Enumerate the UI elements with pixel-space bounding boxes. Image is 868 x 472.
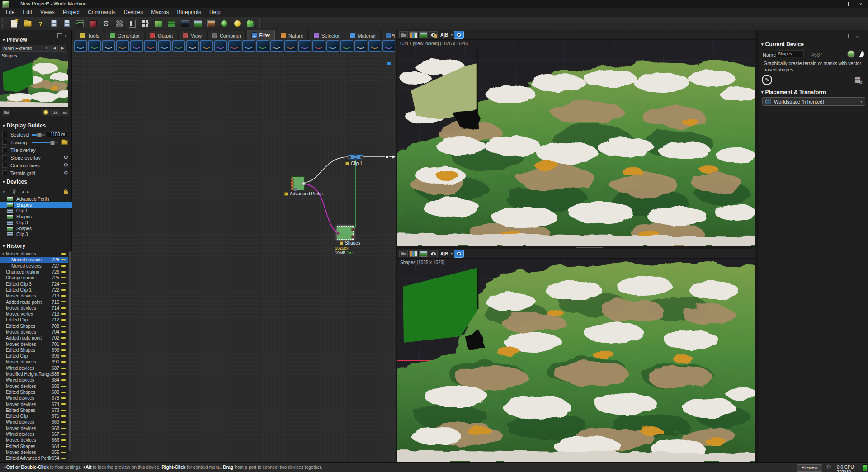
history-item[interactable]: Moved devices 704 bbox=[0, 329, 68, 335]
filter-device-icon[interactable] bbox=[158, 40, 171, 52]
filter-device-icon[interactable] bbox=[270, 40, 283, 52]
lock-icon[interactable] bbox=[64, 191, 68, 194]
menu-commands[interactable]: Commands bbox=[84, 8, 119, 17]
view-dark-button[interactable] bbox=[179, 18, 190, 29]
current-device-header[interactable]: ▾Current Device bbox=[761, 41, 804, 47]
filter-device-icon[interactable] bbox=[214, 40, 227, 52]
tiled-build-button[interactable] bbox=[166, 18, 177, 29]
device-list-item[interactable]: Shapes bbox=[0, 214, 72, 220]
preview-mode-button[interactable]: Preview bbox=[797, 464, 822, 472]
filter-device-icon[interactable] bbox=[312, 40, 325, 52]
device-list-item[interactable]: Shapes bbox=[0, 226, 72, 231]
history-item[interactable]: Wired devices 667 bbox=[0, 431, 68, 437]
float-pane-icon[interactable] bbox=[848, 32, 853, 40]
tab-generator[interactable]: Generator bbox=[105, 31, 145, 40]
history-item[interactable]: Added route point 715 bbox=[0, 299, 68, 305]
ab-dropdown-icon[interactable]: ▾ bbox=[451, 252, 453, 256]
menu-views[interactable]: Views bbox=[36, 8, 59, 17]
clip-display-icon[interactable] bbox=[409, 31, 418, 38]
history-group-header[interactable]: ▾ Moved devices bbox=[0, 251, 68, 257]
nav-right-icon[interactable]: ▸ bbox=[27, 189, 29, 194]
history-item[interactable]: Moved devices 728 bbox=[0, 257, 68, 263]
extents-dropdown[interactable]: Main Extents▾ bbox=[1, 45, 50, 52]
history-item[interactable]: Edited Clip 693 bbox=[0, 353, 68, 359]
history-item[interactable]: Moved devices 674 bbox=[0, 401, 68, 407]
node-advanced-perlin[interactable] bbox=[291, 176, 305, 190]
gear-icon[interactable]: ⚙ bbox=[63, 162, 68, 168]
device-list-item[interactable]: Clip 3 bbox=[0, 220, 72, 226]
worldspace-dropdown[interactable]: Worldspace (Inherited) ▾ bbox=[762, 97, 865, 106]
settings-button[interactable]: ⚙ bbox=[100, 18, 112, 29]
route-point[interactable] bbox=[386, 156, 388, 158]
filter-device-icon[interactable] bbox=[354, 40, 367, 52]
node-clip-1[interactable] bbox=[348, 154, 363, 160]
device-list-item[interactable]: Advanced Perlin bbox=[0, 196, 72, 202]
history-item[interactable]: Moved devices 719 bbox=[0, 293, 68, 299]
canvas-marker[interactable] bbox=[387, 62, 391, 65]
filter-device-icon[interactable] bbox=[130, 40, 143, 52]
history-item[interactable]: Edited Shapes 664 bbox=[0, 444, 68, 449]
viewport-top[interactable]: A|B ▾ Clip 1 [view locked] (1025 x 1025) bbox=[397, 30, 755, 246]
history-item[interactable]: Moved devices 682 bbox=[0, 383, 68, 389]
folder-icon[interactable] bbox=[61, 140, 68, 145]
filter-device-icon[interactable] bbox=[242, 40, 255, 52]
view-canyon-button[interactable] bbox=[205, 18, 217, 29]
device-name-input[interactable] bbox=[776, 50, 804, 57]
history-scrollbar[interactable] bbox=[68, 251, 72, 462]
history-item[interactable]: Moved devices 714 bbox=[0, 305, 68, 311]
float-pane-icon[interactable] bbox=[57, 32, 62, 40]
filter-device-icon[interactable] bbox=[340, 40, 353, 52]
extra-view-button[interactable] bbox=[61, 109, 69, 116]
tab-view[interactable]: View bbox=[178, 31, 206, 40]
ab-compare-button[interactable]: A|B bbox=[439, 33, 449, 38]
next-extent-button[interactable]: ▶ bbox=[59, 45, 66, 52]
menu-devices[interactable]: Devices bbox=[120, 8, 147, 17]
node-shapes[interactable] bbox=[337, 226, 354, 240]
camera-button-active[interactable] bbox=[454, 31, 464, 39]
gear-icon[interactable]: ⚙ bbox=[63, 170, 68, 176]
device-list-item[interactable]: Clip 1 bbox=[0, 208, 72, 214]
texture-display-icon[interactable] bbox=[419, 31, 428, 38]
layout-panel-button[interactable] bbox=[127, 18, 138, 29]
checkbox[interactable] bbox=[2, 140, 7, 145]
history-item[interactable]: Moved devices 690 bbox=[0, 359, 68, 365]
tab-filter[interactable]: Filter bbox=[247, 30, 275, 40]
filter-device-icon[interactable] bbox=[256, 40, 269, 52]
ab-compare-button[interactable]: A|B bbox=[439, 251, 449, 256]
ab-dropdown-icon[interactable]: ▾ bbox=[451, 33, 453, 37]
material-yellow-button[interactable] bbox=[231, 18, 243, 29]
prev-extent-button[interactable]: ◀ bbox=[51, 45, 58, 52]
history-item[interactable]: Wired devices 687 bbox=[0, 365, 68, 371]
gear-icon[interactable]: ⚙ bbox=[63, 154, 68, 160]
filter-device-icon[interactable] bbox=[368, 40, 381, 52]
view-lock-icon[interactable] bbox=[429, 250, 438, 257]
close-pane-icon[interactable]: × bbox=[63, 31, 68, 39]
menu-file[interactable]: File bbox=[2, 8, 19, 17]
edit-shapes-button[interactable]: ✎ bbox=[762, 75, 772, 85]
device-list-item[interactable]: Shapes bbox=[0, 202, 72, 208]
save-as-button[interactable]: ↓ bbox=[61, 18, 72, 29]
tab-combiner[interactable]: Combiner bbox=[207, 31, 246, 40]
history-item[interactable]: Edited Clip 671 bbox=[0, 413, 68, 419]
device-list-item[interactable]: Clip 3 bbox=[0, 231, 72, 237]
filter-device-icon[interactable] bbox=[228, 40, 241, 52]
tab-tools[interactable]: Tools bbox=[75, 31, 104, 40]
checkbox[interactable] bbox=[2, 170, 7, 175]
history-item[interactable]: Added route point 702 bbox=[0, 335, 68, 341]
tab-scroll-right-icon[interactable]: ▶ bbox=[392, 33, 395, 37]
minimize-button[interactable]: — bbox=[825, 0, 839, 8]
close-pane-icon[interactable]: × bbox=[855, 32, 860, 40]
menu-blueprints[interactable]: Blueprints bbox=[173, 8, 205, 17]
save-button[interactable] bbox=[48, 18, 59, 29]
history-item[interactable]: Moved devices 727 bbox=[0, 263, 68, 269]
history-item[interactable]: Edited Shapes 708 bbox=[0, 323, 68, 329]
preview-camera-settings-button[interactable] bbox=[2, 109, 10, 116]
sealevel-value[interactable]: 1150 m bbox=[47, 131, 67, 137]
history-section-header[interactable]: ▾History bbox=[3, 243, 25, 249]
filter-device-icon[interactable] bbox=[200, 40, 213, 52]
display-guides-header[interactable]: ▾Display Guides bbox=[3, 123, 46, 129]
checkbox[interactable] bbox=[2, 163, 7, 168]
sealevel-slider[interactable] bbox=[32, 134, 45, 136]
filter-device-icon[interactable] bbox=[298, 40, 311, 52]
toolbar-grip[interactable] bbox=[259, 19, 262, 28]
